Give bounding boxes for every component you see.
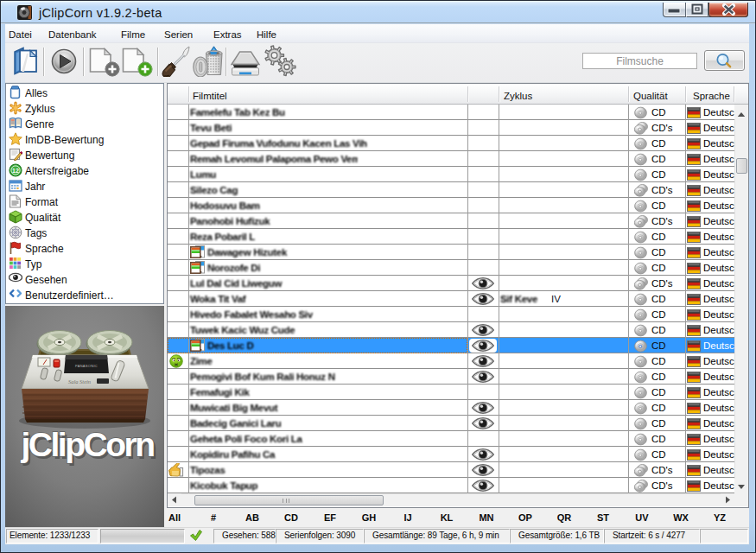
svg-text:12: 12 (12, 168, 19, 174)
svg-text:Sala Stein: Sala Stein (68, 378, 91, 385)
svg-text:jClipCorn: jClipCorn (21, 426, 155, 463)
svg-text:PANASONIC: PANASONIC (75, 364, 98, 368)
